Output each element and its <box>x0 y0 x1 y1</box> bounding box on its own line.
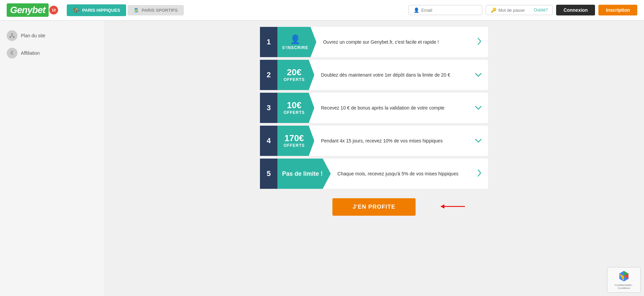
logo-text[interactable]: Genybet <box>7 3 49 17</box>
sidebar-item-plan[interactable]: Plan du site <box>0 27 104 44</box>
step-bonus-2: 20€OFFERTS <box>277 60 314 90</box>
step-bonus-1: 👤S'INSCRIRE <box>277 27 316 57</box>
step-bonus-4: 170€OFFERTS <box>277 126 314 156</box>
page-body: Plan du site € Affiliation 1👤S'INSCRIREO… <box>0 20 644 296</box>
step-number-5: 5 <box>260 159 277 189</box>
step-chevron-4[interactable] <box>469 137 488 145</box>
step-chevron-2[interactable] <box>469 71 488 79</box>
user-icon: 👤 <box>290 34 301 45</box>
step-text-2: Doublez dès maintenant votre 1er dépôt d… <box>314 72 469 79</box>
step-chevron-1[interactable] <box>471 37 488 48</box>
svg-point-2 <box>13 36 15 38</box>
svg-point-0 <box>11 33 13 35</box>
sitemap-icon <box>7 30 17 41</box>
header: Genybet 18 🏇 PARIS HIPPIQUES 🎽 PARIS SPO… <box>0 0 644 20</box>
arrow-indicator <box>438 200 468 214</box>
logo-area: Genybet 18 <box>7 3 58 17</box>
recaptcha-text: Confidentialité - Conditions <box>611 284 636 290</box>
step-bonus-3: 10€OFFERTS <box>277 93 314 123</box>
step-chevron-3[interactable] <box>469 104 488 112</box>
main-content: 1👤S'INSCRIREOuvrez un compte sur Genybet… <box>104 20 644 296</box>
step-text-5: Chaque mois, recevez jusqu'à 5% de vos m… <box>331 170 471 177</box>
step-number-2: 2 <box>260 60 277 90</box>
step-text-3: Recevez 10 € de bonus après la validatio… <box>314 104 469 112</box>
step-chevron-5[interactable] <box>471 168 488 179</box>
step-row-2: 220€OFFERTSDoublez dès maintenant votre … <box>260 60 488 90</box>
bonus-main-5: Pas de limite ! <box>282 171 323 177</box>
email-input[interactable] <box>421 8 477 13</box>
step-bonus-5: Pas de limite ! <box>277 159 331 189</box>
recaptcha-logo <box>618 270 630 282</box>
svg-line-5 <box>12 36 14 37</box>
step-text-1: Ouvrez un compte sur Genybet.fr, c'est f… <box>316 39 471 46</box>
recaptcha-box: Confidentialité - Conditions <box>607 267 641 293</box>
email-field-wrap: 👤 <box>409 5 482 15</box>
signup-button[interactable]: Inscription <box>598 5 637 15</box>
step-row-3: 310€OFFERTSRecevez 10 € de bonus après l… <box>260 93 488 123</box>
cta-button[interactable]: J'EN PROFITE <box>332 198 416 216</box>
step-number-3: 3 <box>260 93 277 123</box>
forgot-link[interactable]: Oublié? <box>534 8 548 12</box>
step-row-5: 5Pas de limite !Chaque mois, recevez jus… <box>260 159 488 189</box>
sportifs-icon: 🎽 <box>133 8 139 13</box>
sidebar-item-affiliation[interactable]: € Affiliation <box>0 44 104 62</box>
step-row-1: 1👤S'INSCRIREOuvrez un compte sur Genybet… <box>260 27 488 57</box>
svg-marker-7 <box>441 204 444 209</box>
email-icon: 👤 <box>414 7 419 13</box>
nav-tabs: 🏇 PARIS HIPPIQUES 🎽 PARIS SPORTIFS <box>67 4 184 16</box>
svg-line-4 <box>10 36 12 37</box>
horse-icon: 🏇 <box>73 7 79 13</box>
step-text-4: Pendant 4x 15 jours, recevez 10% de vos … <box>314 137 469 144</box>
key-icon: 🔑 <box>491 7 496 13</box>
tab-hippiques-label: PARIS HIPPIQUES <box>82 8 120 13</box>
tab-paris-sportifs[interactable]: 🎽 PARIS SPORTIFS <box>127 5 183 15</box>
cta-area: J'EN PROFITE <box>260 198 488 216</box>
password-field-wrap: 🔑 Oublié? <box>486 5 553 15</box>
sidebar: Plan du site € Affiliation <box>0 20 104 296</box>
step-number-1: 1 <box>260 27 277 57</box>
step-number-4: 4 <box>260 126 277 156</box>
step-row-4: 4170€OFFERTSPendant 4x 15 jours, recevez… <box>260 126 488 156</box>
login-button[interactable]: Connexion <box>556 5 595 15</box>
password-input[interactable] <box>498 8 532 13</box>
bonus-main-3: 10€ <box>287 101 301 110</box>
bonus-main-4: 170€ <box>284 134 304 142</box>
euro-icon: € <box>7 48 17 58</box>
sidebar-item-affiliation-label: Affiliation <box>21 50 40 56</box>
steps-container: 1👤S'INSCRIREOuvrez un compte sur Genybet… <box>260 27 488 189</box>
logo-18-badge: 18 <box>49 6 58 14</box>
bonus-main-2: 20€ <box>287 68 301 77</box>
sidebar-item-plan-label: Plan du site <box>21 33 45 38</box>
tab-sportifs-label: PARIS SPORTIFS <box>142 8 177 13</box>
tab-paris-hippiques[interactable]: 🏇 PARIS HIPPIQUES <box>67 4 126 16</box>
svg-point-1 <box>10 36 11 38</box>
